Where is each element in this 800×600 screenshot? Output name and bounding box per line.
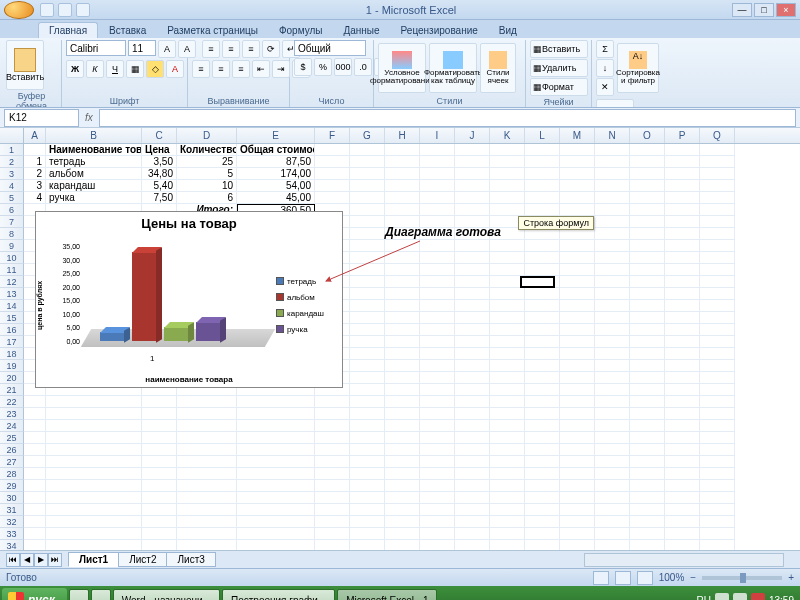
cell[interactable] — [490, 516, 525, 528]
cell[interactable] — [455, 276, 490, 288]
cell[interactable] — [665, 444, 700, 456]
cell[interactable] — [350, 540, 385, 550]
col-header-A[interactable]: A — [24, 128, 46, 143]
cell[interactable] — [665, 180, 700, 192]
cell[interactable]: 25 — [177, 156, 237, 168]
cell[interactable] — [560, 156, 595, 168]
cell[interactable] — [560, 384, 595, 396]
cell[interactable] — [142, 516, 177, 528]
cell[interactable] — [665, 456, 700, 468]
cell[interactable] — [630, 492, 665, 504]
row-header-12[interactable]: 12 — [0, 276, 24, 288]
currency-icon[interactable]: $ — [294, 58, 312, 76]
cell[interactable] — [665, 504, 700, 516]
cell[interactable] — [385, 144, 420, 156]
cell[interactable] — [142, 396, 177, 408]
sheet-next-icon[interactable]: ▶ — [34, 553, 48, 567]
cell[interactable] — [630, 528, 665, 540]
cell[interactable] — [665, 432, 700, 444]
align-mid-icon[interactable]: ≡ — [222, 40, 240, 58]
col-header-G[interactable]: G — [350, 128, 385, 143]
cell[interactable] — [560, 180, 595, 192]
cell[interactable] — [315, 456, 350, 468]
cell[interactable] — [455, 408, 490, 420]
cell[interactable] — [525, 516, 560, 528]
cell[interactable] — [420, 204, 455, 216]
cell[interactable] — [560, 516, 595, 528]
cell[interactable] — [177, 480, 237, 492]
cell[interactable] — [630, 264, 665, 276]
cell[interactable] — [525, 420, 560, 432]
cell[interactable] — [525, 468, 560, 480]
active-cell[interactable] — [520, 276, 555, 288]
cell[interactable] — [350, 264, 385, 276]
cell[interactable] — [525, 540, 560, 550]
cell[interactable] — [525, 264, 560, 276]
cell[interactable] — [630, 336, 665, 348]
cell[interactable] — [385, 420, 420, 432]
cell[interactable] — [490, 252, 525, 264]
embedded-chart[interactable]: Цены на товар цена в рублях 35,0030,0025… — [35, 211, 343, 388]
cell[interactable] — [46, 432, 142, 444]
cell[interactable] — [455, 480, 490, 492]
tab-page-layout[interactable]: Разметка страницы — [157, 23, 268, 38]
cell[interactable] — [237, 504, 315, 516]
cell[interactable] — [237, 420, 315, 432]
cell[interactable] — [385, 504, 420, 516]
cell[interactable] — [665, 528, 700, 540]
cell[interactable] — [385, 516, 420, 528]
align-bot-icon[interactable]: ≡ — [242, 40, 260, 58]
cell[interactable]: тетрадь — [46, 156, 142, 168]
cell[interactable] — [560, 312, 595, 324]
cell[interactable] — [560, 408, 595, 420]
cell[interactable] — [315, 492, 350, 504]
cell[interactable] — [490, 192, 525, 204]
cell[interactable] — [350, 480, 385, 492]
cell[interactable] — [560, 252, 595, 264]
cell[interactable] — [700, 168, 735, 180]
cell[interactable] — [630, 360, 665, 372]
cell[interactable] — [595, 420, 630, 432]
cell[interactable] — [665, 156, 700, 168]
cell[interactable] — [177, 540, 237, 550]
cell[interactable] — [665, 144, 700, 156]
cell[interactable] — [455, 144, 490, 156]
cell[interactable] — [525, 492, 560, 504]
cell[interactable] — [315, 180, 350, 192]
cell[interactable] — [560, 480, 595, 492]
cell[interactable] — [490, 156, 525, 168]
cell[interactable] — [560, 468, 595, 480]
cell[interactable] — [665, 192, 700, 204]
cell[interactable] — [490, 432, 525, 444]
tab-insert[interactable]: Вставка — [99, 23, 156, 38]
page-layout-view-icon[interactable] — [615, 571, 631, 585]
cell[interactable] — [420, 480, 455, 492]
cell[interactable] — [420, 456, 455, 468]
cell[interactable] — [490, 480, 525, 492]
cell[interactable] — [237, 480, 315, 492]
align-left-icon[interactable]: ≡ — [192, 60, 210, 78]
cell[interactable] — [315, 432, 350, 444]
cell[interactable] — [595, 300, 630, 312]
maximize-button[interactable]: □ — [754, 3, 774, 17]
cell[interactable] — [46, 468, 142, 480]
cell[interactable] — [237, 408, 315, 420]
taskbar-item-word[interactable]: Word - назначени... — [113, 589, 220, 600]
insert-cells-button[interactable]: ▦ Вставить — [530, 40, 588, 58]
cell[interactable] — [420, 384, 455, 396]
cell[interactable] — [665, 420, 700, 432]
cell[interactable] — [490, 300, 525, 312]
cell[interactable]: Цена — [142, 144, 177, 156]
cell[interactable] — [385, 168, 420, 180]
cell[interactable] — [385, 240, 420, 252]
cell[interactable] — [455, 492, 490, 504]
cell[interactable] — [630, 276, 665, 288]
cell[interactable] — [525, 504, 560, 516]
row-header-17[interactable]: 17 — [0, 336, 24, 348]
cell[interactable] — [455, 252, 490, 264]
cell[interactable] — [177, 420, 237, 432]
cell[interactable] — [490, 492, 525, 504]
number-format-select[interactable] — [294, 40, 366, 56]
cell[interactable] — [350, 168, 385, 180]
cell[interactable] — [315, 144, 350, 156]
